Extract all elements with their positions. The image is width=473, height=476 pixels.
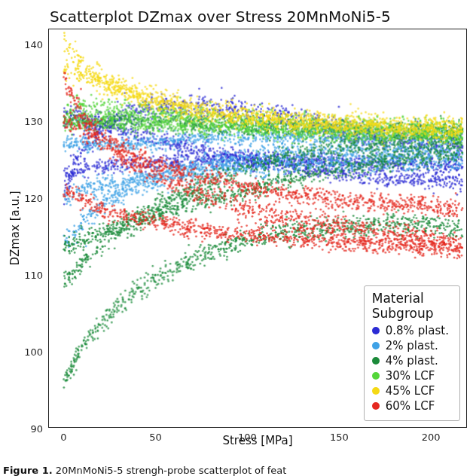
legend-label: 0.8% plast. bbox=[386, 324, 449, 337]
legend-label: 30% LCF bbox=[386, 369, 435, 383]
legend-item: 60% LCF bbox=[372, 399, 449, 413]
legend-label: 2% plast. bbox=[386, 339, 438, 352]
legend-item: 4% plast. bbox=[372, 354, 449, 368]
legend-marker-icon bbox=[372, 357, 380, 365]
legend-marker-icon bbox=[372, 372, 380, 380]
y-tick-label: 90 bbox=[17, 423, 43, 435]
chart-wrap: Scatterplot DZmax over Stress 20MnMoNi5-… bbox=[0, 0, 473, 476]
y-tick-label: 130 bbox=[17, 116, 43, 127]
y-tick-label: 100 bbox=[17, 346, 43, 358]
figure-number: Figure 1. bbox=[3, 465, 53, 476]
legend-marker-icon bbox=[372, 342, 380, 349]
legend-marker-icon bbox=[372, 402, 380, 410]
legend-item: 0.8% plast. bbox=[372, 324, 449, 337]
legend-marker-icon bbox=[372, 387, 380, 395]
plot-area: 050100150200 90100110120130140 MaterialS… bbox=[48, 29, 467, 428]
legend-label: 4% plast. bbox=[386, 354, 438, 368]
figure-caption: Figure 1. 20MnMoNi5-5 strengh-probe scat… bbox=[3, 465, 286, 476]
y-tick-label: 140 bbox=[17, 39, 43, 50]
plot-shell: 050100150200 90100110120130140 MaterialS… bbox=[48, 29, 467, 428]
y-axis-label-wrap: DZmax [a.u.] bbox=[9, 29, 21, 428]
legend-item: 2% plast. bbox=[372, 339, 449, 352]
legend-marker-icon bbox=[372, 327, 380, 334]
legend-title: MaterialSubgroup bbox=[372, 291, 449, 321]
legend-item: 30% LCF bbox=[372, 369, 449, 383]
y-axis-label: DZmax [a.u.] bbox=[8, 191, 22, 265]
legend: MaterialSubgroup 0.8% plast.2% plast.4% … bbox=[364, 285, 460, 421]
legend-label: 60% LCF bbox=[386, 399, 435, 413]
y-tick-label: 110 bbox=[17, 270, 43, 281]
x-axis-label: Stress [MPa] bbox=[48, 434, 467, 447]
legend-label: 45% LCF bbox=[386, 384, 435, 398]
legend-item: 45% LCF bbox=[372, 384, 449, 398]
chart-title: Scatterplot DZmax over Stress 20MnMoNi5-… bbox=[5, 5, 470, 26]
figure-caption-text: 20MnMoNi5-5 strengh-probe scatterplot of… bbox=[56, 465, 287, 476]
